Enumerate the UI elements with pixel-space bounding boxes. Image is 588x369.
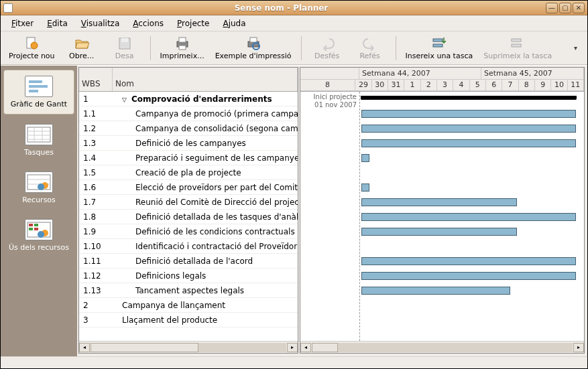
toolbar-overflow-button[interactable]: ▾ xyxy=(574,44,583,52)
gantt-task-bar[interactable] xyxy=(361,228,517,236)
horizontal-scrollbar[interactable]: ◂ ▸ xyxy=(300,341,584,353)
gantt-task-bar[interactable] xyxy=(361,198,517,206)
minimize-button[interactable]: — xyxy=(546,3,558,13)
task-table-pane: WBS Nom 1▽Comprovació d'endarreriments1.… xyxy=(78,67,298,354)
timeline-day: 8 xyxy=(519,80,535,92)
insert-task-icon xyxy=(432,36,447,51)
task-name-cell: Elecció de proveïdors per part del Comit… xyxy=(113,183,298,192)
menu-help[interactable]: Ajuda xyxy=(217,17,251,29)
table-row[interactable]: 1▽Comprovació d'endarreriments xyxy=(79,92,298,106)
expand-icon[interactable]: ▽ xyxy=(122,96,130,103)
redo-button: Refés xyxy=(350,33,390,64)
new-icon xyxy=(24,36,39,51)
task-name-cell: Definició detallada de l'acord xyxy=(113,256,298,266)
svg-rect-5 xyxy=(179,38,186,42)
column-header-name[interactable]: Nom xyxy=(113,68,298,91)
timeline-day: 7 xyxy=(502,80,518,92)
view-sidebar: Gràfic de Gantt Tasques Recursos Ús dels… xyxy=(1,66,77,356)
gantt-summary-bar[interactable] xyxy=(361,96,576,100)
wbs-cell: 1.8 xyxy=(79,212,113,222)
svg-point-27 xyxy=(38,183,44,190)
scroll-right-button[interactable]: ▸ xyxy=(573,343,584,352)
resource-usage-icon xyxy=(25,219,53,240)
timeline-day: 10 xyxy=(551,80,567,92)
sidebar-label: Recursos xyxy=(22,196,56,204)
table-row[interactable]: 1.4Preparació i seguiment de les campany… xyxy=(79,151,298,165)
resources-icon xyxy=(25,171,53,193)
menu-view[interactable]: Visualitza xyxy=(76,17,125,29)
table-row[interactable]: 1.13Tancament aspectes legals xyxy=(79,283,298,298)
open-button[interactable]: Obre... xyxy=(62,33,102,64)
table-row[interactable]: 1.7Reunió del Comitè de Direcció del pro… xyxy=(79,195,298,210)
scroll-left-button[interactable]: ◂ xyxy=(300,343,311,352)
table-row[interactable]: 1.5Creació de pla de projecte xyxy=(79,165,298,180)
gantt-task-bar[interactable] xyxy=(361,183,369,192)
sidebar-item-gantt[interactable]: Gràfic de Gantt xyxy=(3,70,74,115)
gantt-task-bar[interactable] xyxy=(361,139,576,147)
new-project-button[interactable]: Projecte nou xyxy=(5,33,59,64)
timeline-day: 30 xyxy=(372,80,388,92)
task-list[interactable]: 1▽Comprovació d'endarreriments1.1Campany… xyxy=(79,92,298,341)
wbs-cell: 1 xyxy=(79,94,113,104)
timeline-day: 11 xyxy=(568,80,584,92)
menu-file[interactable]: Fitxer xyxy=(6,17,39,29)
print-preview-button[interactable]: Exemple d'impressió xyxy=(211,33,296,64)
horizontal-scrollbar[interactable]: ◂ ▸ xyxy=(79,341,298,353)
svg-rect-30 xyxy=(34,224,38,226)
table-row[interactable]: 1.3Definició de les campanyes xyxy=(79,136,298,151)
gantt-task-bar[interactable] xyxy=(361,272,576,280)
wbs-cell: 1.11 xyxy=(79,256,113,266)
maximize-button[interactable]: ▢ xyxy=(559,3,571,13)
svg-rect-13 xyxy=(512,44,521,47)
scroll-right-button[interactable]: ▸ xyxy=(287,343,298,352)
statusbar xyxy=(1,356,587,368)
print-button[interactable]: Imprimeix... xyxy=(156,33,209,64)
gantt-task-bar[interactable] xyxy=(361,125,576,133)
wbs-cell: 1.1 xyxy=(79,109,113,119)
timeline-header: Setmana 44, 2007 Setmana 45, 2007 829303… xyxy=(300,68,584,92)
gantt-task-bar[interactable] xyxy=(361,287,510,295)
sidebar-item-resources[interactable]: Recursos xyxy=(3,166,74,210)
wbs-cell: 1.4 xyxy=(79,153,113,163)
sidebar-item-resource-usage[interactable]: Ús dels recursos xyxy=(3,214,74,257)
table-row[interactable]: 2Campanya de llançament xyxy=(79,298,298,313)
table-row[interactable]: 1.8Definició detallada de les tasques d'… xyxy=(79,210,298,224)
scroll-left-button[interactable]: ◂ xyxy=(79,343,90,352)
table-row[interactable]: 1.12Definicions legals xyxy=(79,269,298,283)
svg-rect-8 xyxy=(250,38,257,42)
table-row[interactable]: 1.6Elecció de proveïdors per part del Co… xyxy=(79,180,298,195)
gantt-body[interactable]: Inici projecte 01 nov 2007 xyxy=(300,92,584,341)
insert-task-button[interactable]: Insereix una tasca xyxy=(402,33,477,64)
table-row[interactable]: 1.10Identificació i contractació del Pro… xyxy=(79,239,298,254)
sidebar-item-tasks[interactable]: Tasques xyxy=(3,119,74,162)
tasks-icon xyxy=(25,124,53,145)
save-button[interactable]: Desa xyxy=(105,33,145,64)
menu-actions[interactable]: Accions xyxy=(127,17,169,29)
task-name-cell: Definició de les condicions contractuals xyxy=(113,227,298,236)
menu-project[interactable]: Projecte xyxy=(172,17,215,29)
task-name-cell: Tancament aspectes legals xyxy=(113,286,298,295)
toolbar-separator xyxy=(301,36,302,60)
table-row[interactable]: 1.1Campanya de promoció (primera campany… xyxy=(79,106,298,121)
wbs-cell: 1.5 xyxy=(79,168,113,177)
menu-edit[interactable]: Edita xyxy=(42,17,73,29)
gantt-task-bar[interactable] xyxy=(361,213,576,221)
gantt-task-bar[interactable] xyxy=(361,257,576,265)
table-row[interactable]: 1.9Definició de les condicions contractu… xyxy=(79,224,298,239)
task-name-cell: Identificació i contractació del Proveïd… xyxy=(113,242,298,251)
task-name-cell: Llaçament del producte xyxy=(113,315,298,325)
close-button[interactable]: ✕ xyxy=(573,3,585,13)
timeline-day: 9 xyxy=(535,80,551,92)
print-preview-icon xyxy=(246,36,261,51)
timeline-day: 6 xyxy=(486,80,502,92)
table-row[interactable]: 1.11Definició detallada de l'acord xyxy=(79,254,298,269)
table-row[interactable]: 1.2Campanya de consolidació (segona camp… xyxy=(79,121,298,136)
svg-rect-12 xyxy=(512,39,521,42)
svg-rect-16 xyxy=(29,90,38,92)
gantt-task-bar[interactable] xyxy=(361,110,576,118)
column-header-wbs[interactable]: WBS xyxy=(79,68,113,91)
wbs-cell: 1.10 xyxy=(79,242,113,251)
today-line xyxy=(359,92,360,341)
gantt-task-bar[interactable] xyxy=(361,154,369,162)
table-row[interactable]: 3Llaçament del producte xyxy=(79,313,298,327)
